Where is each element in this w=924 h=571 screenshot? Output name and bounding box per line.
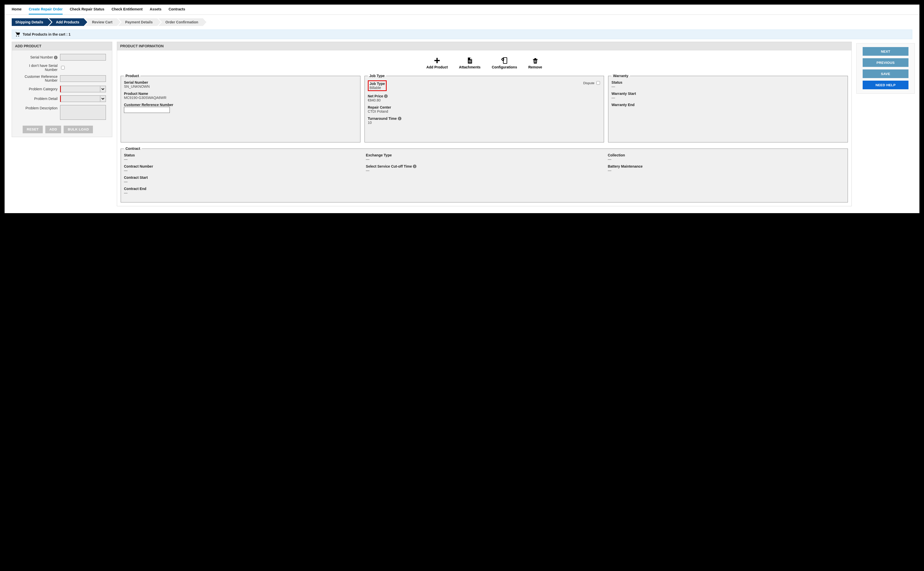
step-shipping-details[interactable]: Shipping Details [12, 18, 48, 26]
turnaround-v: 10 [368, 120, 601, 125]
step-payment-details[interactable]: Payment Details [118, 18, 157, 26]
cart-summary-text: Total Products in the cart : 1 [23, 32, 71, 36]
nav-contracts[interactable]: Contracts [169, 7, 185, 14]
product-fieldset: Product Serial NumberSN_UNKNOWN Product … [121, 74, 361, 142]
cart-icon [15, 32, 20, 37]
nav-check-repair-status[interactable]: Check Repair Status [70, 7, 104, 14]
dispute-checkbox[interactable] [596, 81, 600, 85]
info-icon[interactable]: i [54, 56, 57, 59]
collection-v: — [608, 157, 845, 161]
contract-start-k: Contract Start [124, 176, 361, 179]
repair-center-v: CTDI Poland [368, 110, 601, 113]
contract-end-v: — [124, 191, 361, 195]
contract-status-k: Status [124, 153, 361, 157]
product-information-title: PRODUCT INFORMATION [117, 42, 851, 50]
job-type-legend: Job Type [368, 74, 386, 78]
info-icon[interactable]: i [398, 117, 401, 120]
previous-button[interactable]: PREVIOUS [863, 58, 909, 67]
cutoff-k: Select Service Cut-off Time i [366, 164, 602, 168]
trash-icon [528, 57, 542, 65]
product-name-v: MC9190-G30SWAQA6WR [124, 96, 357, 100]
customer-ref-label: Customer Reference Number [15, 75, 60, 83]
svg-rect-5 [536, 60, 536, 63]
plus-icon [426, 57, 448, 65]
warranty-end-k: Warranty End [611, 103, 845, 107]
contract-legend: Contract [124, 147, 142, 151]
chevron-down-icon [100, 86, 105, 92]
cutoff-v: — [366, 168, 602, 173]
exchange-type-v: — [366, 157, 602, 161]
product-name-k: Product Name [124, 91, 357, 96]
add-button[interactable]: ADD [45, 126, 61, 133]
contract-end-k: Contract End [124, 187, 361, 191]
no-serial-checkbox[interactable] [61, 66, 65, 69]
problem-detail-label: Problem Detail [15, 97, 60, 101]
bulk-load-button[interactable]: BULK LOAD [63, 126, 93, 133]
problem-category-select[interactable] [60, 86, 106, 92]
customer-ref-input[interactable] [60, 75, 106, 82]
job-type-v: Billable [370, 86, 385, 90]
net-price-v: €840.80 [368, 98, 601, 102]
warranty-legend: Warranty [611, 74, 630, 78]
contract-number-k: Contract Number [124, 164, 361, 168]
contract-start-v: — [124, 179, 361, 184]
action-buttons-panel: NEXT PREVIOUS SAVE NEED HELP [856, 43, 915, 94]
configurations-tool[interactable]: Configurations [492, 57, 517, 69]
net-price-k: Net Price i [368, 94, 601, 98]
svg-rect-1 [469, 62, 472, 62]
product-legend: Product [124, 74, 141, 78]
need-help-button[interactable]: NEED HELP [863, 80, 909, 89]
wizard-steps: Shipping Details Add Products Review Car… [5, 15, 919, 26]
next-button[interactable]: NEXT [863, 47, 909, 56]
customer-ref-k: Customer Reference Number [124, 103, 357, 107]
job-type-highlight: Job Type Billable [368, 80, 387, 91]
product-information-panel: PRODUCT INFORMATION Add Product Attachme… [117, 42, 852, 206]
step-order-confirmation[interactable]: Order Confirmation [158, 18, 203, 26]
job-type-fieldset: Job Type Job Type Billable Dispute [365, 74, 604, 142]
exchange-type-k: Exchange Type [366, 153, 602, 157]
warranty-fieldset: Warranty Status— Warranty Start— Warrant… [608, 74, 848, 142]
turnaround-k: Turnaround Time i [368, 116, 601, 120]
chevron-down-icon [100, 96, 105, 102]
info-icon[interactable]: i [413, 165, 416, 168]
problem-description-label: Problem Description [15, 105, 60, 110]
nav-assets[interactable]: Assets [150, 7, 161, 14]
top-nav: Home Create Repair Order Check Repair St… [5, 5, 919, 15]
contract-fieldset: Contract Status— Exchange Type— Collecti… [121, 147, 848, 202]
add-product-panel: ADD PRODUCT Serial Number i I don't have… [12, 42, 112, 137]
problem-description-textarea[interactable] [60, 105, 106, 120]
serial-number-label: Serial Number i [15, 55, 60, 60]
nav-check-entitlement[interactable]: Check Entitlement [111, 7, 142, 14]
reset-button[interactable]: RESET [23, 126, 43, 133]
collection-k: Collection [608, 153, 845, 157]
document-icon [459, 57, 481, 65]
add-product-title: ADD PRODUCT [12, 42, 112, 50]
battery-k: Battery Maintenance [608, 164, 845, 168]
serial-number-k: Serial Number [124, 80, 357, 85]
product-info-toolbar: Add Product Attachments Configurations [121, 54, 848, 74]
nav-create-repair-order[interactable]: Create Repair Order [29, 7, 63, 14]
problem-detail-select[interactable] [60, 96, 106, 102]
cart-summary-bar: Total Products in the cart : 1 [12, 29, 912, 39]
warranty-status-k: Status [611, 80, 845, 85]
svg-rect-4 [534, 60, 535, 63]
gear-device-icon [492, 57, 517, 65]
svg-rect-0 [469, 60, 472, 61]
save-button[interactable]: SAVE [863, 69, 909, 78]
step-review-cart[interactable]: Review Cart [85, 18, 117, 26]
nav-home[interactable]: Home [12, 7, 22, 14]
attachments-tool[interactable]: Attachments [459, 57, 481, 69]
warranty-status-v: — [611, 85, 845, 88]
customer-ref-field[interactable] [124, 107, 170, 113]
remove-tool[interactable]: Remove [528, 57, 542, 69]
dispute-label: Dispute [583, 81, 594, 85]
problem-category-label: Problem Category [15, 87, 60, 91]
info-icon[interactable]: i [384, 94, 388, 98]
serial-number-input[interactable] [60, 54, 106, 60]
step-add-products[interactable]: Add Products [49, 18, 84, 26]
add-product-tool[interactable]: Add Product [426, 57, 448, 69]
job-type-k: Job Type [370, 82, 385, 86]
contract-status-v: — [124, 157, 361, 161]
repair-center-k: Repair Center [368, 105, 601, 110]
warranty-start-k: Warranty Start [611, 91, 845, 96]
